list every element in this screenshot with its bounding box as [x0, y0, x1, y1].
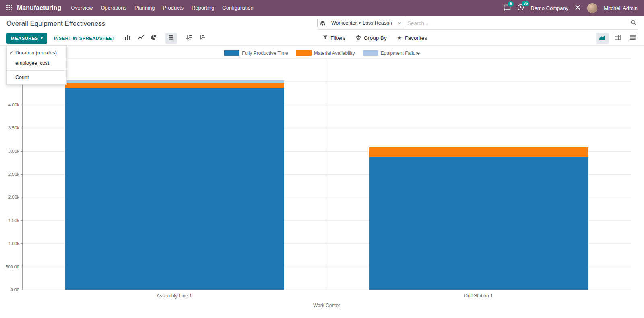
y-tick-label: 3.50k — [8, 125, 19, 130]
y-tick-mark — [21, 243, 23, 244]
bar-segment[interactable] — [369, 147, 588, 157]
measure-option-employee-cost[interactable]: employee_cost — [7, 58, 66, 69]
y-tick-mark — [21, 267, 23, 267]
insert-in-spreadsheet-button[interactable]: INSERT IN SPREADSHEET — [54, 36, 115, 41]
x-axis-title: Work Center — [22, 303, 631, 308]
graph-view-button[interactable] — [596, 33, 609, 44]
search-button[interactable] — [630, 19, 637, 27]
measure-option-count[interactable]: Count — [7, 72, 66, 83]
measures-button[interactable]: MEASURES ▾ — [6, 33, 47, 44]
apps-menu-button[interactable] — [6, 5, 12, 12]
main-menu: Overview Operations Planning Products Re… — [67, 0, 257, 16]
caret-down-icon: ▾ — [41, 36, 43, 40]
menu-item-configuration[interactable]: Configuration — [218, 0, 257, 16]
line-chart-icon — [138, 35, 144, 42]
measure-option-duration[interactable]: ✓ Duration (minutes) — [7, 48, 66, 58]
messages-badge: 5 — [508, 1, 514, 7]
sort-descending-icon — [199, 35, 206, 42]
bar-segment[interactable] — [65, 88, 284, 290]
legend-label: Equipment Failure — [381, 50, 420, 56]
menu-item-overview[interactable]: Overview — [67, 0, 97, 16]
search-facet: Workcenter > Loss Reason × — [317, 19, 404, 27]
chart-type-group — [122, 33, 208, 44]
activities-button[interactable]: 36 — [517, 4, 524, 12]
plot-row: 0.00500.001.00k1.50k2.00k2.50k3.00k3.50k… — [22, 58, 631, 290]
search-options: Filters Group By ★ Favorites — [323, 31, 427, 45]
y-axis: 0.00500.001.00k1.50k2.00k2.50k3.00k3.50k… — [0, 58, 22, 290]
menu-item-planning[interactable]: Planning — [130, 0, 159, 16]
y-tick-label: 4.00k — [8, 102, 19, 107]
y-tick-label: 1.50k — [8, 218, 19, 223]
pivot-view-button[interactable] — [612, 33, 623, 44]
legend-item[interactable]: Equipment Failure — [363, 50, 420, 56]
avatar[interactable] — [587, 3, 597, 13]
y-tick-mark — [21, 220, 23, 221]
chart-legend: Fully Productive TimeMaterial Availabili… — [0, 50, 644, 56]
bar-segment[interactable] — [65, 83, 284, 88]
check-icon: ✓ — [10, 50, 13, 55]
y-tick-label: 1.00k — [8, 241, 19, 246]
pivot-grid-icon — [615, 35, 621, 42]
favorites-button[interactable]: ★ Favorites — [397, 35, 427, 41]
bar-segment[interactable] — [65, 80, 284, 83]
stacked-toggle-button[interactable] — [165, 33, 177, 44]
top-navbar: Manufacturing Overview Operations Planni… — [0, 0, 644, 16]
control-panel: Overall Equipment Effectiveness Workcent… — [0, 16, 644, 31]
search-bar[interactable]: Workcenter > Loss Reason × — [317, 18, 638, 30]
measure-option-label: Duration (minutes) — [15, 50, 57, 56]
graph-toolbar: MEASURES ▾ INSERT IN SPREADSHEET — [0, 31, 644, 46]
search-input[interactable] — [404, 19, 630, 28]
y-tick-label: 2.50k — [8, 172, 19, 177]
x-axis-category-label: Drill Station 1 — [326, 293, 631, 299]
user-menu[interactable]: Mitchell Admin — [604, 5, 638, 11]
menu-item-products[interactable]: Products — [159, 0, 188, 16]
bar-segment[interactable] — [369, 157, 588, 290]
group-by-label: Group By — [364, 35, 387, 41]
y-tick-label: 0.00 — [11, 287, 19, 292]
filters-button[interactable]: Filters — [323, 35, 345, 41]
sort-descending-button[interactable] — [196, 33, 208, 44]
search-facet-label: Workcenter > Loss Reason — [328, 19, 395, 27]
measure-option-label: Count — [15, 75, 29, 80]
filters-label: Filters — [330, 35, 345, 41]
menu-item-reporting[interactable]: Reporting — [188, 0, 218, 16]
y-tick-mark — [21, 128, 23, 128]
legend-swatch — [224, 50, 239, 56]
legend-label: Fully Productive Time — [242, 50, 288, 56]
y-tick-mark — [21, 151, 23, 152]
area-chart-icon — [599, 35, 606, 42]
line-chart-button[interactable] — [135, 33, 147, 44]
y-tick-mark — [21, 197, 23, 197]
bar-chart-button[interactable] — [122, 33, 134, 44]
plot-area — [22, 58, 631, 290]
filter-funnel-icon — [323, 35, 328, 41]
dropdown-separator — [7, 70, 66, 71]
oee-chart: Fully Productive TimeMaterial Availabili… — [0, 50, 644, 308]
view-switcher — [596, 31, 638, 45]
page-title: Overall Equipment Effectiveness — [6, 20, 105, 28]
facet-remove-button[interactable]: × — [395, 19, 404, 27]
list-icon — [630, 35, 636, 41]
app-name[interactable]: Manufacturing — [17, 4, 61, 12]
y-tick-mark — [21, 174, 23, 175]
support-tools-button[interactable] — [575, 4, 581, 12]
activities-badge: 36 — [522, 1, 529, 6]
y-tick-mark — [21, 290, 23, 290]
legend-swatch — [363, 50, 378, 56]
messages-button[interactable]: 5 — [504, 4, 511, 12]
vertical-gridline — [327, 58, 327, 290]
tools-icon — [575, 4, 581, 12]
list-view-button[interactable] — [627, 33, 638, 43]
apps-grid-icon — [6, 5, 12, 12]
sort-ascending-button[interactable] — [183, 33, 195, 44]
favorites-label: Favorites — [405, 35, 427, 41]
app-window: Manufacturing Overview Operations Planni… — [0, 0, 644, 308]
legend-item[interactable]: Material Availability — [296, 50, 355, 56]
legend-swatch — [296, 50, 312, 56]
company-switcher[interactable]: Demo Company — [530, 5, 568, 11]
pie-chart-button[interactable] — [148, 33, 159, 44]
menu-item-operations[interactable]: Operations — [97, 0, 130, 16]
group-by-button[interactable]: Group By — [356, 35, 387, 42]
legend-item[interactable]: Fully Productive Time — [224, 50, 288, 56]
y-tick-label: 3.00k — [8, 149, 19, 154]
